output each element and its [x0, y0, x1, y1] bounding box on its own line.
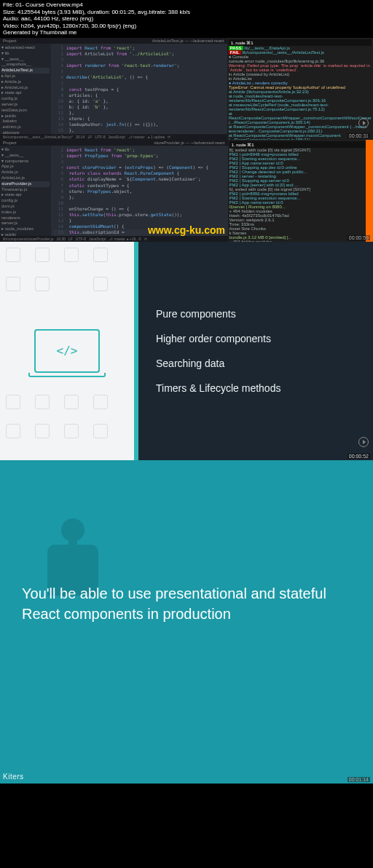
orange-sidebar — [366, 140, 373, 242]
meta-video: Video: h264, yuv420p, 1280x720, 30.00 fp… — [3, 23, 370, 30]
play-icon[interactable] — [358, 118, 369, 128]
topic-item: Searching data — [156, 358, 373, 369]
topic-item: Pure components — [156, 308, 373, 320]
code-area-1[interactable]: 1import React from 'react';2import Artic… — [51, 44, 227, 134]
file-tree-2[interactable]: ▾ lib ▾ __tests__ ▾ components App.js Ar… — [0, 146, 51, 236]
terminal-tab[interactable]: 1. node ⌘1 — [229, 141, 372, 148]
editor-title: storeProvider.js — ~/advanced-react — [154, 141, 224, 145]
project-label: Project — [3, 39, 17, 43]
timestamp: 00:00:31 — [348, 133, 370, 138]
project-label: Project — [3, 141, 17, 145]
file-tree-1[interactable]: ▾ advanced-react ▾ lib ▾ __tests__ __sna… — [0, 44, 51, 134]
meta-file: File: 01- Course Overview.mp4 — [3, 1, 370, 9]
slide-illustration — [0, 242, 138, 460]
status-bar-2: lib/components/storeProvider.js16:30LFUT… — [0, 236, 228, 242]
editor-pane-1: Project ArticleListTest.js — ~/advanced-… — [0, 38, 227, 140]
brand-name: Kiters — [3, 773, 24, 781]
topic-list: Pure components Higher order components … — [138, 242, 373, 460]
meta-size: Size: 4125544 bytes (3.93 MiB), duration… — [3, 9, 370, 16]
meta-gen: Generated by Thumbnail me — [3, 29, 370, 36]
slide-outcome: You'll be able to use presentational and… — [0, 460, 373, 784]
watermark: www.cg-ku.com — [148, 224, 225, 236]
meta-audio: Audio: aac, 44100 Hz, stereo (eng) — [3, 15, 370, 23]
timestamp: 00:00:59 — [348, 235, 370, 240]
topic-item: Timers & Lifecycle methods — [156, 382, 373, 394]
timestamp: 00:00:52 — [348, 454, 370, 459]
topic-item: Higher order components — [156, 333, 373, 344]
terminal-2[interactable]: 1. node ⌘1 8], exited with code [0] via … — [228, 140, 373, 242]
terminal-tab[interactable]: 1. node ⌘1 — [229, 39, 372, 46]
status-bar-1: lib/components/__tests__/ArticleListTest… — [0, 134, 227, 140]
play-icon[interactable] — [358, 437, 369, 447]
editor-title: ArticleListTest.js — ~/advanced-react — [152, 39, 224, 43]
video-metadata: File: 01- Course Overview.mp4 Size: 4125… — [0, 0, 373, 38]
timestamp: 00:01:14 — [348, 777, 370, 782]
code-area-2[interactable]: 1import React from 'react';2import PropT… — [51, 146, 228, 236]
terminal-1[interactable]: 1. node ⌘1 PASS lib/__tests__/DataApi.js… — [227, 38, 373, 140]
outcome-text: You'll be able to use presentational and… — [22, 583, 351, 624]
slide-topics: Pure components Higher order components … — [0, 242, 373, 460]
laptop-code-icon — [34, 329, 100, 373]
